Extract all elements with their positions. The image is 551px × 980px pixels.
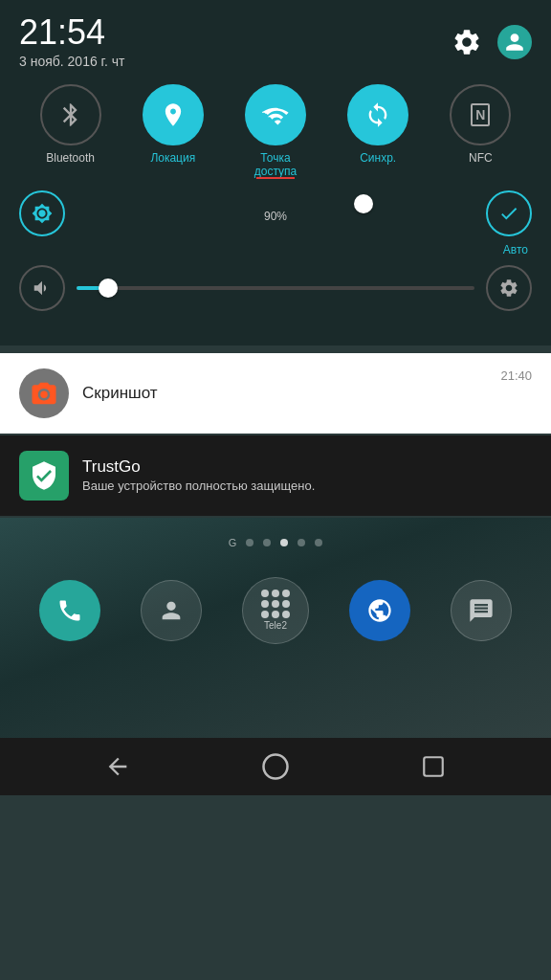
auto-brightness-button[interactable] [486,190,532,236]
nfc-label: NFC [469,151,493,165]
page-dot-1 [246,539,253,546]
apps-dot [261,600,269,608]
apps-dot [261,590,269,597]
page-dot-3 [280,539,288,546]
toggle-bluetooth[interactable]: Bluetooth [33,84,109,179]
svg-point-1 [263,754,287,778]
apps-dot [272,611,279,618]
screenshot-content: Скриншот [82,384,487,403]
notification-screenshot[interactable]: Скриншот 21:40 [0,353,551,434]
sync-label: Синхр. [360,151,396,165]
toggle-location[interactable]: Локация [135,84,211,179]
dock-apps[interactable]: Tele2 [242,577,309,644]
volume-row [19,265,532,311]
sliders-section: 90% Авто [0,183,551,330]
wallpaper-area: G [0,518,551,738]
user-button[interactable] [497,25,532,59]
dock-contacts[interactable] [141,580,202,641]
toggle-nfc[interactable]: N NFC [442,84,518,179]
brightness-slider-container: 90% [77,204,474,223]
hotspot-underline [256,177,295,179]
back-button[interactable] [94,743,142,791]
location-circle [143,84,204,145]
dock-row: Tele2 [0,577,551,644]
trustgo-content: TrustGo Ваше устройство полностью защище… [82,457,532,493]
apps-dot [272,590,279,597]
status-icons [448,15,532,61]
apps-dot [282,611,290,618]
status-left: 21:54 3 нояб. 2016 г. чт [19,15,125,69]
dock-phone[interactable] [39,580,100,641]
auto-label-container: Авто [19,240,528,257]
volume-track[interactable] [77,286,474,290]
location-label: Локация [150,151,195,165]
notification-trustgo[interactable]: TrustGo Ваше устройство полностью защище… [0,435,551,516]
quick-toggles-row: Bluetooth Локация Точкадоступа [0,77,551,183]
apps-dot [282,590,290,597]
hotspot-circle [245,84,306,145]
brightness-icon[interactable] [19,190,65,236]
nfc-circle: N [450,84,511,145]
status-bar: 21:54 3 нояб. 2016 г. чт [0,0,551,77]
screenshot-icon [19,368,69,418]
screenshot-title: Скриншот [82,384,487,403]
svg-point-0 [40,390,48,398]
quick-settings-panel: 21:54 3 нояб. 2016 г. чт [0,0,551,345]
dock-browser[interactable] [349,580,410,641]
volume-icon[interactable] [19,265,65,311]
trustgo-icon [19,451,69,501]
brightness-label: 90% [77,210,474,223]
status-time: 21:54 [19,15,125,50]
apps-dot [261,611,269,618]
hotspot-label: Точкадоступа [254,151,297,179]
page-dot-4 [298,539,305,546]
settings-button[interactable] [448,23,486,61]
page-dots: G [229,537,323,548]
volume-thumb[interactable] [99,278,118,298]
home-button[interactable] [252,743,299,791]
screenshot-time: 21:40 [500,368,532,383]
page-dot-5 [315,539,322,546]
volume-settings-button[interactable] [486,265,532,311]
notifications-area: Скриншот 21:40 TrustGo Ваше устройство п… [0,353,551,516]
sync-circle [347,84,408,145]
dock-messages[interactable] [451,580,512,641]
page-dot-2 [263,539,271,546]
bluetooth-circle [40,84,101,145]
recents-button[interactable] [409,743,457,791]
status-date: 3 нояб. 2016 г. чт [19,54,125,69]
toggle-sync[interactable]: Синхр. [340,84,416,179]
page-dot-g: G [229,537,237,548]
bluetooth-label: Bluetooth [46,151,95,165]
svg-rect-2 [425,757,444,776]
apps-grid [261,590,290,618]
nfc-text: N [471,103,490,126]
navigation-bar [0,738,551,795]
brightness-row: 90% [19,190,532,236]
apps-dot [282,600,290,608]
trustgo-title: TrustGo [82,457,532,477]
apps-dot [272,600,279,608]
brightness-thumb[interactable] [354,194,373,213]
apps-label: Tele2 [264,620,287,631]
toggle-hotspot[interactable]: Точкадоступа [237,84,314,179]
trustgo-subtitle: Ваше устройство полностью защищено. [82,479,532,493]
auto-label: Авто [503,243,528,256]
